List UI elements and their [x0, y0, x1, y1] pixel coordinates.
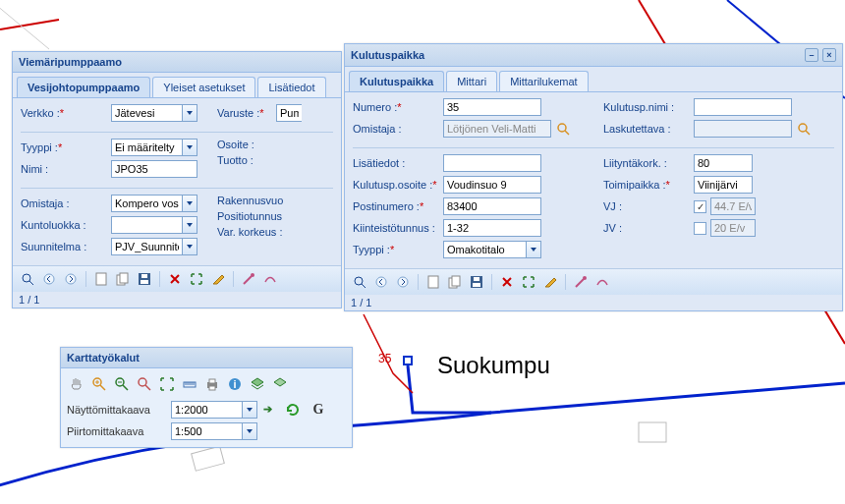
combo-kuntoluokka[interactable] — [111, 216, 197, 234]
edit-icon[interactable] — [541, 273, 559, 291]
expand-icon[interactable] — [188, 270, 205, 288]
tool1-icon[interactable] — [572, 273, 590, 291]
combo-btn-suunnitelma[interactable] — [182, 238, 197, 255]
label-positiotunnus: Positiotunnus — [217, 210, 296, 222]
panel-header-kulutus[interactable]: Kulutuspaikka – × — [345, 44, 842, 67]
svg-text:i: i — [233, 378, 236, 390]
input-omistaja-k — [443, 120, 551, 138]
prev-icon[interactable] — [372, 273, 390, 291]
next-icon[interactable] — [62, 270, 80, 288]
pan-icon[interactable] — [67, 374, 86, 394]
svg-rect-36 — [209, 379, 215, 383]
layers-icon[interactable] — [248, 374, 267, 394]
checkbox-jv[interactable] — [694, 222, 706, 235]
tab-lisatiedot[interactable]: Lisätiedot — [257, 77, 325, 97]
edit-icon[interactable] — [209, 270, 227, 288]
combo-suunnitelma[interactable] — [111, 238, 197, 255]
svg-rect-10 — [141, 280, 148, 284]
svg-line-18 — [362, 284, 366, 288]
input-verkko[interactable] — [111, 104, 182, 122]
label-suunnitelma: Suunnitelma : — [21, 241, 111, 252]
label-tyyppi-k: Tyyppi :* — [353, 244, 443, 255]
input-omistaja[interactable] — [111, 195, 182, 212]
zoom-icon[interactable] — [19, 270, 36, 288]
combo-tyyppi-k[interactable] — [443, 241, 541, 258]
svg-line-16 — [806, 131, 810, 135]
checkbox-vj[interactable]: ✓ — [694, 200, 706, 213]
copy-icon[interactable] — [446, 273, 464, 291]
combo-btn-naytto[interactable] — [242, 401, 257, 419]
panel-header-maptools[interactable]: Karttatyökalut — [61, 348, 352, 368]
input-toimipaikka[interactable] — [694, 176, 753, 194]
tab-kulutuspaikka[interactable]: Kulutuspaikka — [349, 71, 444, 91]
tab-yleiset-asetukset[interactable]: Yleiset asetukset — [152, 77, 255, 97]
lookup-omistaja-icon[interactable] — [555, 121, 571, 137]
input-kulutusp-osoite[interactable] — [443, 176, 541, 194]
combo-btn-verkko[interactable] — [182, 104, 197, 122]
google-icon[interactable]: G — [309, 400, 328, 420]
copy-icon[interactable] — [114, 270, 132, 288]
combo-btn-tyyppi[interactable] — [182, 139, 197, 156]
delete-icon[interactable] — [166, 270, 184, 288]
fullextent-icon[interactable] — [157, 374, 177, 394]
input-numero[interactable] — [443, 98, 541, 116]
input-lisatiedot-k[interactable] — [443, 154, 541, 172]
layers2-icon[interactable] — [270, 374, 290, 394]
delete-icon[interactable] — [498, 273, 516, 291]
new-icon[interactable] — [424, 273, 442, 291]
tab-mittari[interactable]: Mittari — [446, 71, 497, 91]
apply-scale-icon[interactable]: ➔ — [263, 403, 277, 417]
expand-icon[interactable] — [520, 273, 537, 291]
zoom-out-icon[interactable] — [112, 374, 132, 394]
map-marker[interactable] — [403, 356, 413, 365]
input-naytto[interactable] — [171, 401, 242, 419]
input-kuntoluokka[interactable] — [111, 216, 182, 234]
combo-omistaja[interactable] — [111, 195, 197, 212]
new-icon[interactable] — [92, 270, 110, 288]
refresh-icon[interactable] — [283, 400, 303, 420]
lookup-laskutettava-icon[interactable] — [796, 121, 812, 137]
minimize-button[interactable]: – — [805, 48, 818, 62]
info-icon[interactable]: i — [225, 374, 245, 394]
save-icon[interactable] — [136, 270, 153, 288]
next-icon[interactable] — [394, 273, 412, 291]
panel-title-maptools: Karttatyökalut — [67, 352, 140, 364]
svg-point-15 — [799, 124, 807, 132]
close-button[interactable]: × — [822, 48, 836, 62]
measure-icon[interactable] — [180, 374, 199, 394]
tool2-icon[interactable] — [593, 273, 611, 291]
panel-header[interactable]: Viemäripumppaamo — [13, 52, 341, 73]
combo-btn-kuntoluokka[interactable] — [182, 216, 197, 234]
save-icon[interactable] — [468, 273, 485, 291]
tab-vesijohtopumppaamo[interactable]: Vesijohtopumppaamo — [17, 77, 150, 97]
combo-btn-piirto[interactable] — [242, 422, 257, 440]
input-suunnitelma[interactable] — [111, 238, 182, 255]
combo-verkko[interactable] — [111, 104, 197, 122]
input-kiinteistotunnus[interactable] — [443, 219, 541, 237]
prev-icon[interactable] — [40, 270, 58, 288]
input-kulutusp-nimi[interactable] — [694, 98, 792, 116]
label-lisatiedot-k: Lisätiedot : — [353, 157, 443, 169]
combo-btn-omistaja[interactable] — [182, 195, 197, 212]
tool1-icon[interactable] — [240, 270, 257, 288]
combo-varuste[interactable] — [276, 104, 302, 122]
zoom-icon[interactable] — [351, 273, 368, 291]
combo-tyyppi[interactable] — [111, 139, 197, 156]
svg-line-3 — [29, 281, 33, 285]
combo-btn-tyyppi-k[interactable] — [526, 241, 541, 258]
zoom-in-icon[interactable] — [89, 374, 109, 394]
input-tyyppi-k[interactable] — [443, 241, 526, 258]
input-nimi[interactable] — [111, 160, 197, 178]
input-tyyppi[interactable] — [111, 139, 182, 156]
tab-mittarilukemat[interactable]: Mittarilukemat — [499, 71, 588, 91]
panel-kulutuspaikka: Kulutuspaikka – × Kulutuspaikka Mittari … — [344, 43, 843, 311]
input-piirto[interactable] — [171, 422, 242, 440]
zoom-rect-icon[interactable] — [135, 374, 154, 394]
tool2-icon[interactable] — [261, 270, 279, 288]
input-postinumero[interactable] — [443, 197, 541, 215]
print-icon[interactable] — [202, 374, 222, 394]
input-liityntakork[interactable] — [694, 154, 753, 172]
combo-piirto[interactable] — [171, 422, 257, 440]
combo-naytto[interactable] — [171, 401, 257, 419]
input-varuste[interactable] — [276, 104, 302, 122]
